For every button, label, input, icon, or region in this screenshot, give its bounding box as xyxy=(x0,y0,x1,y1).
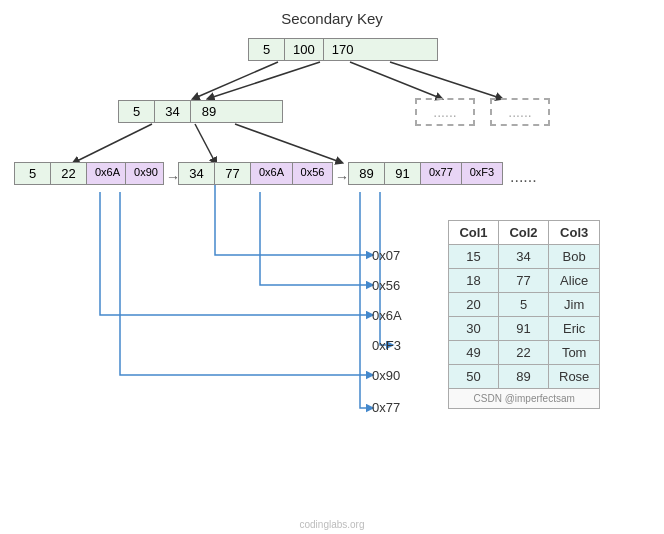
leaf-node-1: 5 22 0x6A 0x90 xyxy=(14,162,164,185)
table-row-1-cell-1: 77 xyxy=(499,269,549,293)
table-row-3-cell-0: 30 xyxy=(449,317,499,341)
leaf3-val1: 89 xyxy=(349,163,385,184)
table-row-3-cell-2: Eric xyxy=(549,317,600,341)
page-container: Secondary Key xyxy=(0,0,664,534)
svg-line-1 xyxy=(210,62,320,98)
col-header-2: Col2 xyxy=(499,221,549,245)
table-row-2-cell-0: 20 xyxy=(449,293,499,317)
svg-line-5 xyxy=(195,124,215,162)
ptr-0xF3: 0xF3 xyxy=(372,338,401,353)
ptr-0x90: 0x90 xyxy=(372,368,400,383)
l2-cell-3: 89 xyxy=(191,101,227,122)
leaf1-val1: 5 xyxy=(15,163,51,184)
svg-line-6 xyxy=(235,124,340,162)
leaf3-ptr1: 0x77 xyxy=(421,163,462,184)
table-row-0-cell-1: 34 xyxy=(499,245,549,269)
ptr-0x56: 0x56 xyxy=(372,278,400,293)
leaf1-ptr2: 0x90 xyxy=(126,163,163,184)
table-row-5-cell-0: 50 xyxy=(449,365,499,389)
table-row-5-cell-2: Rose xyxy=(549,365,600,389)
table-row: 4922Tom xyxy=(449,341,600,365)
table-row: 205Jim xyxy=(449,293,600,317)
leaf2-ptr2: 0x56 xyxy=(293,163,332,184)
table-row-5-cell-1: 89 xyxy=(499,365,549,389)
table-row-1-cell-0: 18 xyxy=(449,269,499,293)
root-cell-2: 100 xyxy=(285,39,324,60)
watermark: codinglabs.org xyxy=(0,519,664,530)
table-row-4-cell-0: 49 xyxy=(449,341,499,365)
leaf3-ptr2: 0xF3 xyxy=(462,163,502,184)
leaf-node-3: 89 91 0x77 0xF3 xyxy=(348,162,503,185)
page-title: Secondary Key xyxy=(0,10,664,27)
leaf2-arrow: → xyxy=(335,169,349,185)
dashed-node-2: ...... xyxy=(490,98,550,126)
root-cell-3: 170 xyxy=(324,39,362,60)
svg-line-3 xyxy=(390,62,500,98)
table-row-2-cell-2: Jim xyxy=(549,293,600,317)
l2-cell-1: 5 xyxy=(119,101,155,122)
leaf3-val2: 91 xyxy=(385,163,421,184)
col-header-1: Col1 xyxy=(449,221,499,245)
table-row-4-cell-1: 22 xyxy=(499,341,549,365)
table-row: 1534Bob xyxy=(449,245,600,269)
ptr-0x07: 0x07 xyxy=(372,248,400,263)
root-cell-1: 5 xyxy=(249,39,285,60)
leaf2-val1: 34 xyxy=(179,163,215,184)
l2-cell-2: 34 xyxy=(155,101,191,122)
table-row: 5089Rose xyxy=(449,365,600,389)
svg-line-2 xyxy=(350,62,440,98)
leaf-node-2: 34 77 0x6A 0x56 xyxy=(178,162,333,185)
table-row: 1877Alice xyxy=(449,269,600,293)
table-row-0-cell-0: 15 xyxy=(449,245,499,269)
table-row-3-cell-1: 91 xyxy=(499,317,549,341)
table-row-2-cell-1: 5 xyxy=(499,293,549,317)
table-footer: CSDN @imperfectsam xyxy=(449,389,600,409)
ptr-0x77: 0x77 xyxy=(372,400,400,415)
svg-line-4 xyxy=(75,124,152,162)
ptr-0x6A: 0x6A xyxy=(372,308,402,323)
table-row-0-cell-2: Bob xyxy=(549,245,600,269)
dashed-node-1: ...... xyxy=(415,98,475,126)
middle-dots: ...... xyxy=(510,168,537,186)
leaf1-ptr1: 0x6A xyxy=(87,163,126,184)
table-row-4-cell-2: Tom xyxy=(549,341,600,365)
root-node: 5 100 170 xyxy=(248,38,438,61)
leaf2-ptr1: 0x6A xyxy=(251,163,293,184)
svg-line-0 xyxy=(195,62,278,98)
table-row-1-cell-2: Alice xyxy=(549,269,600,293)
col-header-3: Col3 xyxy=(549,221,600,245)
level2-node: 5 34 89 xyxy=(118,100,283,123)
table-row: 3091Eric xyxy=(449,317,600,341)
leaf2-val2: 77 xyxy=(215,163,251,184)
data-table: Col1 Col2 Col3 1534Bob1877Alice205Jim309… xyxy=(448,220,600,409)
leaf1-val2: 22 xyxy=(51,163,87,184)
